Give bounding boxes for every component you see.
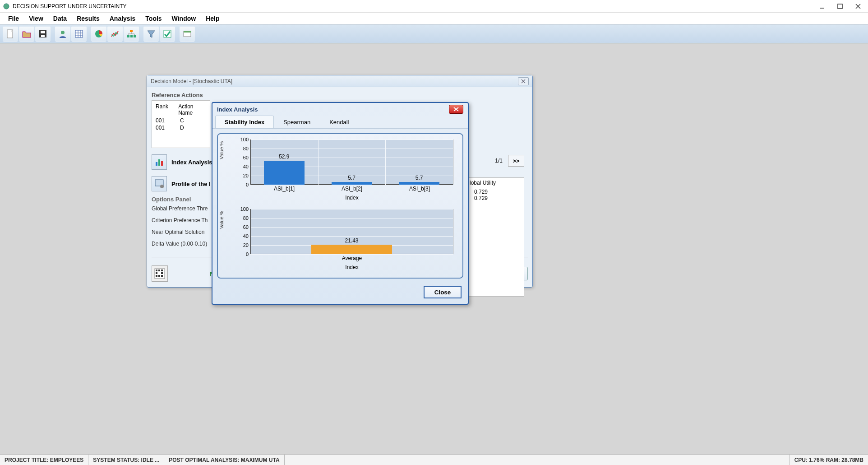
svg-rect-39 xyxy=(156,272,157,274)
app-title: DECISION SUPPORT UNDER UNCERTAINTY xyxy=(13,3,817,9)
chart-bar-label: 5.7 xyxy=(416,175,423,181)
chart-category-label: Average xyxy=(342,255,362,261)
chart-bar-label: 21.43 xyxy=(345,237,358,244)
pie-chart-icon[interactable] xyxy=(91,26,106,42)
svg-rect-38 xyxy=(161,270,163,271)
mdi-title-text: Decision Model - [Stochastic UTA] xyxy=(151,78,232,84)
table-row: 001 D xyxy=(156,124,206,131)
user-icon[interactable] xyxy=(55,26,70,42)
chart-bar-label: 5.7 xyxy=(348,175,356,181)
svg-point-34 xyxy=(160,185,164,188)
tab-stability-index[interactable]: Stability Index xyxy=(215,116,274,128)
app-icon xyxy=(3,3,10,10)
line-chart-icon[interactable] xyxy=(107,26,123,42)
solve-icon[interactable] xyxy=(152,265,168,282)
dialog-close-button[interactable] xyxy=(449,105,463,114)
tab-spearman[interactable]: Spearman xyxy=(274,116,320,128)
menubar: File View Data Results Analysis Tools Wi… xyxy=(0,13,868,24)
global-utility-panel: lobal Utility 0.729 0.729 xyxy=(466,177,524,297)
svg-rect-32 xyxy=(161,161,163,166)
menu-help[interactable]: Help xyxy=(201,13,224,24)
svg-rect-40 xyxy=(161,272,163,274)
check-chart-icon[interactable] xyxy=(160,26,175,42)
index-analysis-icon[interactable] xyxy=(152,154,167,170)
svg-rect-41 xyxy=(156,275,157,277)
hierarchy-icon[interactable] xyxy=(124,26,139,42)
reference-actions-table: Rank Action Name 001 C 001 D xyxy=(152,100,210,148)
status-system: SYSTEM STATUS: IDLE ... xyxy=(88,455,164,465)
chart-bar-label: 52.9 xyxy=(279,153,289,160)
statusbar: PROJECT TITLE: EMPLOYEES SYSTEM STATUS: … xyxy=(0,454,868,465)
svg-rect-42 xyxy=(158,275,160,277)
toolbar xyxy=(0,24,868,43)
menu-view[interactable]: View xyxy=(24,13,48,24)
profile-label: Profile of the I xyxy=(171,181,211,187)
mdi-close-icon[interactable] xyxy=(518,77,529,85)
profile-icon[interactable] xyxy=(152,176,167,191)
svg-rect-20 xyxy=(134,35,136,37)
mdi-titlebar[interactable]: Decision Model - [Stochastic UTA] xyxy=(147,75,532,87)
chart-bar xyxy=(264,161,305,185)
chart-category-label: ASI_b[1] xyxy=(274,186,295,192)
col-rank: Rank xyxy=(156,103,171,116)
stability-chart-top: Value %02040608010052.95.75.7ASI_b[1]ASI… xyxy=(223,140,455,201)
svg-rect-43 xyxy=(161,275,163,277)
util-header: lobal Utility xyxy=(470,180,521,186)
status-cpu-ram: CPU: 1.76% RAM: 28.78MB xyxy=(790,455,868,465)
svg-rect-18 xyxy=(127,35,129,37)
svg-rect-25 xyxy=(164,30,171,37)
dialog-titlebar[interactable]: Index Analysis xyxy=(212,103,468,116)
svg-rect-30 xyxy=(156,162,157,166)
svg-rect-31 xyxy=(158,159,160,166)
pager-next-button[interactable]: >> xyxy=(508,155,524,167)
chart-category-label: ASI_b[3] xyxy=(409,186,430,192)
chart-area: Value %02040608010052.95.75.7ASI_b[1]ASI… xyxy=(217,133,463,279)
svg-point-0 xyxy=(4,4,9,9)
filter-icon[interactable] xyxy=(143,26,159,42)
util-value: 0.729 xyxy=(470,189,521,195)
col-action: Action Name xyxy=(178,103,206,116)
svg-rect-11 xyxy=(75,30,83,37)
window-icon[interactable] xyxy=(180,26,195,42)
svg-point-10 xyxy=(61,31,65,34)
menu-tools[interactable]: Tools xyxy=(141,13,166,24)
workspace: Decision Model - [Stochastic UTA] Refere… xyxy=(0,43,868,454)
table-row: 001 C xyxy=(156,117,206,124)
pager: 1/1 >> xyxy=(495,155,524,167)
save-icon[interactable] xyxy=(35,26,51,42)
close-button[interactable] xyxy=(853,1,863,12)
menu-results[interactable]: Results xyxy=(72,13,104,24)
status-analysis: POST OPTIMAL ANALYSIS: MAXIMUM UTA xyxy=(164,455,284,465)
svg-rect-9 xyxy=(41,35,45,37)
new-file-icon[interactable] xyxy=(3,26,18,42)
chart-bar xyxy=(332,182,372,185)
status-project: PROJECT TITLE: EMPLOYEES xyxy=(0,455,88,465)
pager-text: 1/1 xyxy=(495,158,503,164)
tab-kendall[interactable]: Kendall xyxy=(320,116,358,128)
svg-rect-8 xyxy=(41,31,45,33)
maximize-button[interactable] xyxy=(835,1,845,12)
svg-rect-2 xyxy=(838,4,842,9)
dialog-close-text-button[interactable]: Close xyxy=(424,286,462,298)
menu-file[interactable]: File xyxy=(4,13,23,24)
svg-rect-37 xyxy=(158,270,160,271)
index-analysis-label: Index Analysis xyxy=(171,159,212,166)
dialog-title: Index Analysis xyxy=(217,106,258,113)
util-value: 0.729 xyxy=(470,195,521,201)
open-folder-icon[interactable] xyxy=(19,26,34,42)
svg-rect-27 xyxy=(184,31,191,33)
svg-rect-19 xyxy=(130,35,133,37)
table-icon[interactable] xyxy=(71,26,87,42)
titlebar: DECISION SUPPORT UNDER UNCERTAINTY xyxy=(0,0,868,13)
svg-rect-36 xyxy=(156,270,157,271)
chart-bar xyxy=(399,182,439,185)
stability-chart-bottom: Value %02040608010021.43AverageIndex xyxy=(223,209,455,270)
menu-window[interactable]: Window xyxy=(167,13,201,24)
chart-bar xyxy=(311,245,392,254)
menu-data[interactable]: Data xyxy=(49,13,71,24)
minimize-button[interactable] xyxy=(817,1,827,12)
svg-rect-17 xyxy=(130,30,133,32)
chart-category-label: ASI_b[2] xyxy=(342,186,362,192)
reference-actions-label: Reference Actions xyxy=(152,90,528,100)
menu-analysis[interactable]: Analysis xyxy=(105,13,140,24)
